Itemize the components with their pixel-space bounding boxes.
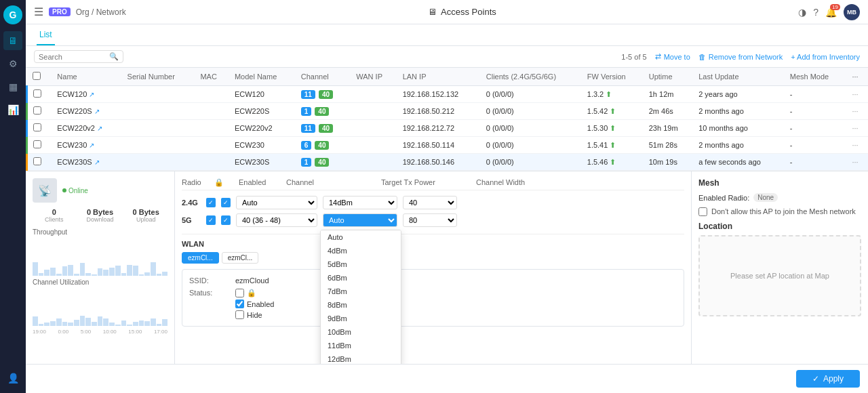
radio-enabled-24g[interactable]: ✓ <box>206 198 216 207</box>
dropdown-item-6dbm[interactable]: 6dBm <box>321 271 401 285</box>
sidebar-item-reports[interactable]: 📊 <box>3 100 22 119</box>
tab-list[interactable]: List <box>37 24 55 45</box>
dropdown-item-11dbm[interactable]: 11dBm <box>321 339 401 352</box>
contrast-icon[interactable]: ◑ <box>798 7 806 18</box>
table-row[interactable]: ECW230 ↗ ECW230 6 40 192.168.50.114 0 (0… <box>27 137 869 154</box>
sidebar-item-settings[interactable]: ⚙ <box>3 54 22 73</box>
location-title: Location <box>698 222 861 231</box>
table-row[interactable]: ECW220S ↗ ECW220S 1 40 192.168.50.212 0 … <box>27 103 869 120</box>
enabled-col-label: Enabled <box>239 178 273 187</box>
tx-power-select-5g[interactable]: Auto <box>323 213 397 227</box>
row-uptime: 2m 46s <box>644 103 693 120</box>
mid-panel-wrapper: Radio 🔒 Enabled Channel Target Tx Power … <box>182 178 684 327</box>
dropdown-item-7dbm[interactable]: 7dBm <box>321 285 401 298</box>
ch-width-select-24g[interactable]: 4020 <box>403 196 457 209</box>
band-label-5g: 5G <box>182 216 201 224</box>
notifications-icon[interactable]: 🔔 19 <box>825 7 837 18</box>
dropdown-item-9dbm[interactable]: 9dBm <box>321 312 401 325</box>
sidebar-item-monitor[interactable]: 🖥 <box>3 31 22 50</box>
dropdown-item-auto[interactable]: Auto <box>321 230 401 244</box>
row-mesh: - <box>785 120 847 137</box>
row-fw: 1.5.42 ⬆ <box>582 103 644 120</box>
channel-select-24g[interactable]: Auto 1611 <box>236 196 317 209</box>
row-mesh: - <box>785 154 847 171</box>
dropdown-item-5dbm[interactable]: 5dBm <box>321 257 401 271</box>
hamburger-menu[interactable]: ☰ <box>34 5 43 18</box>
tx-power-dropdown[interactable]: Auto 4dBm 5dBm 6dBm 7dBm 8dBm 9dBm 10dBm… <box>320 230 401 364</box>
row-more[interactable]: ··· <box>846 103 868 120</box>
row-uptime: 23h 19m <box>644 120 693 137</box>
avatar[interactable]: MB <box>844 4 860 20</box>
mesh-dont-allow-label: Don't allow this AP to join the Mesh net… <box>711 207 856 215</box>
row-channel: 11 40 <box>296 120 351 137</box>
checkmark-icon: ✓ <box>812 374 819 384</box>
row-checkbox[interactable] <box>33 89 41 98</box>
sidebar-item-list[interactable]: ▦ <box>3 77 22 96</box>
hide-label: Hide <box>247 311 262 319</box>
apply-button[interactable]: ✓ Apply <box>796 370 860 388</box>
row-model: ECW120 <box>229 86 296 103</box>
map-placeholder: Please set AP location at Map <box>698 235 861 316</box>
ch-width-col-label: Channel Width <box>476 178 525 187</box>
ch-width-select-5g[interactable]: 80 <box>403 213 457 227</box>
radio-locked-24g[interactable]: ✓ <box>221 198 231 207</box>
wlan-tab-1[interactable]: ezmCl... <box>182 252 219 264</box>
radio-locked-5g[interactable]: ✓ <box>221 215 231 225</box>
col-lastupdate: Last Update <box>693 68 785 86</box>
table-row[interactable]: ECW120 ↗ ECW120 11 40 192.168.152.132 0 … <box>27 86 869 103</box>
wlan-status-options: 🔒 Enabled Hide <box>235 289 274 319</box>
wlan-hide-checkbox[interactable] <box>235 310 244 319</box>
move-to-button[interactable]: ⇄ Move to <box>655 52 690 61</box>
wlan-lock-checkbox[interactable] <box>235 289 244 297</box>
row-name: ECW230 ↗ <box>52 137 121 154</box>
tx-power-select-24g[interactable]: 14dBm <box>323 196 397 209</box>
table-row[interactable]: ECW220v2 ↗ ECW220v2 11 40 192.168.212.72… <box>27 120 869 137</box>
topbar-actions: ◑ ? 🔔 19 MB <box>798 4 860 20</box>
move-icon: ⇄ <box>655 52 661 61</box>
select-all-checkbox[interactable] <box>33 72 41 80</box>
dropdown-item-12dbm[interactable]: 12dBm <box>321 352 401 364</box>
search-input[interactable] <box>39 53 106 61</box>
add-from-inventory-button[interactable]: + Add from Inventory <box>791 53 860 61</box>
row-checkbox[interactable] <box>33 106 41 115</box>
wlan-status-row: Status: 🔒 Enabled <box>189 289 677 319</box>
dropdown-item-8dbm[interactable]: 8dBm <box>321 298 401 312</box>
row-checkbox[interactable] <box>33 157 41 165</box>
col-channel: Channel <box>296 68 351 86</box>
dropdown-item-4dbm[interactable]: 4dBm <box>321 244 401 257</box>
breadcrumb: Org / Network <box>76 7 126 17</box>
mesh-title: Mesh <box>698 178 861 188</box>
row-more[interactable]: ··· <box>846 154 868 171</box>
dropdown-item-10dbm[interactable]: 10dBm <box>321 325 401 339</box>
access-points-table: Name Serial Number MAC Model Name Channe… <box>26 68 868 171</box>
throughput-chart <box>33 239 167 276</box>
col-uptime: Uptime <box>644 68 693 86</box>
radio-enabled-5g[interactable]: ✓ <box>206 215 216 225</box>
sidebar-item-users[interactable]: 👤 <box>3 369 22 388</box>
row-more[interactable]: ··· <box>846 137 868 154</box>
stat-download: 0 Bytes Download <box>79 208 122 223</box>
row-checkbox[interactable] <box>33 140 41 148</box>
row-clients: 0 (0/0/0) <box>481 154 582 171</box>
col-lan: LAN IP <box>397 68 481 86</box>
mesh-dont-allow-checkbox[interactable] <box>698 207 707 216</box>
remove-from-network-button[interactable]: 🗑 Remove from Network <box>698 53 783 61</box>
row-mesh: - <box>785 103 847 120</box>
row-lastupdate: 10 months ago <box>693 120 785 137</box>
search-box[interactable]: 🔍 <box>34 50 123 63</box>
table-row[interactable]: ECW230S ↗ ECW230S 1 40 192.168.50.146 0 … <box>27 154 869 171</box>
row-more[interactable]: ··· <box>846 86 868 103</box>
help-icon[interactable]: ? <box>813 7 818 18</box>
wlan-tab-2[interactable]: ezmCl... <box>222 252 259 264</box>
row-clients: 0 (0/0/0) <box>481 120 582 137</box>
row-checkbox[interactable] <box>33 123 41 131</box>
row-wan <box>351 137 397 154</box>
row-lastupdate: 2 months ago <box>693 137 785 154</box>
wlan-tabs: ezmCl... ezmCl... <box>182 252 684 264</box>
wlan-enabled-checkbox[interactable] <box>235 299 244 308</box>
col-wan: WAN IP <box>351 68 397 86</box>
wlan-info: SSID: ezmCloud Status: 🔒 <box>182 269 684 327</box>
row-more[interactable]: ··· <box>846 120 868 137</box>
row-model: ECW230 <box>229 137 296 154</box>
channel-select-5g[interactable]: 40 (36 - 48) <box>236 213 317 227</box>
